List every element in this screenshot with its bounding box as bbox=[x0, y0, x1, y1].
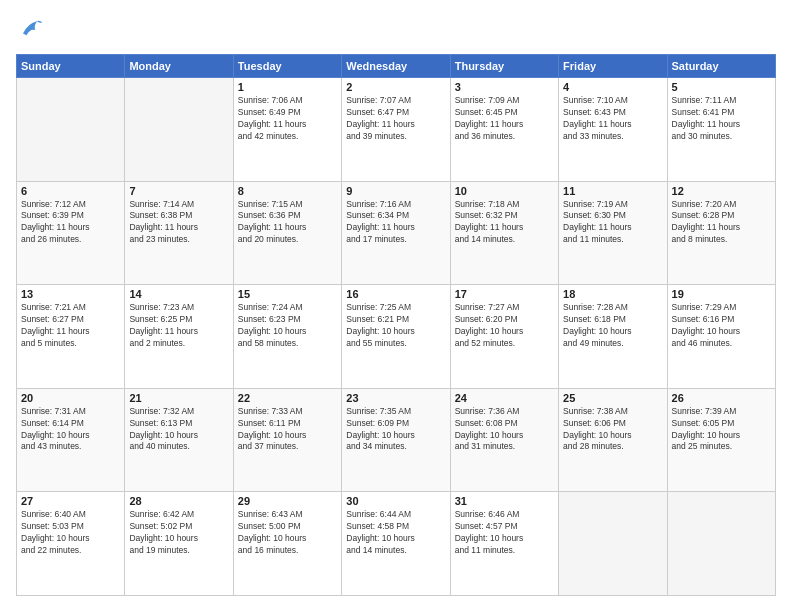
day-info: Sunrise: 7:31 AM Sunset: 6:14 PM Dayligh… bbox=[21, 406, 120, 454]
calendar-cell: 31Sunrise: 6:46 AM Sunset: 4:57 PM Dayli… bbox=[450, 492, 558, 596]
calendar-cell: 6Sunrise: 7:12 AM Sunset: 6:39 PM Daylig… bbox=[17, 181, 125, 285]
day-info: Sunrise: 7:32 AM Sunset: 6:13 PM Dayligh… bbox=[129, 406, 228, 454]
weekday-header: Saturday bbox=[667, 55, 775, 78]
day-number: 20 bbox=[21, 392, 120, 404]
day-number: 29 bbox=[238, 495, 337, 507]
day-info: Sunrise: 7:06 AM Sunset: 6:49 PM Dayligh… bbox=[238, 95, 337, 143]
calendar-cell: 19Sunrise: 7:29 AM Sunset: 6:16 PM Dayli… bbox=[667, 285, 775, 389]
weekday-header-row: SundayMondayTuesdayWednesdayThursdayFrid… bbox=[17, 55, 776, 78]
calendar-cell: 30Sunrise: 6:44 AM Sunset: 4:58 PM Dayli… bbox=[342, 492, 450, 596]
day-number: 9 bbox=[346, 185, 445, 197]
calendar-week-row: 20Sunrise: 7:31 AM Sunset: 6:14 PM Dayli… bbox=[17, 388, 776, 492]
calendar-cell: 26Sunrise: 7:39 AM Sunset: 6:05 PM Dayli… bbox=[667, 388, 775, 492]
day-info: Sunrise: 7:15 AM Sunset: 6:36 PM Dayligh… bbox=[238, 199, 337, 247]
calendar-cell: 11Sunrise: 7:19 AM Sunset: 6:30 PM Dayli… bbox=[559, 181, 667, 285]
calendar-cell: 21Sunrise: 7:32 AM Sunset: 6:13 PM Dayli… bbox=[125, 388, 233, 492]
weekday-header: Thursday bbox=[450, 55, 558, 78]
day-info: Sunrise: 7:23 AM Sunset: 6:25 PM Dayligh… bbox=[129, 302, 228, 350]
calendar-cell: 16Sunrise: 7:25 AM Sunset: 6:21 PM Dayli… bbox=[342, 285, 450, 389]
calendar-cell bbox=[17, 78, 125, 182]
calendar-cell: 29Sunrise: 6:43 AM Sunset: 5:00 PM Dayli… bbox=[233, 492, 341, 596]
calendar-cell: 7Sunrise: 7:14 AM Sunset: 6:38 PM Daylig… bbox=[125, 181, 233, 285]
day-number: 8 bbox=[238, 185, 337, 197]
calendar-cell: 25Sunrise: 7:38 AM Sunset: 6:06 PM Dayli… bbox=[559, 388, 667, 492]
day-info: Sunrise: 7:33 AM Sunset: 6:11 PM Dayligh… bbox=[238, 406, 337, 454]
calendar-cell: 10Sunrise: 7:18 AM Sunset: 6:32 PM Dayli… bbox=[450, 181, 558, 285]
calendar-cell bbox=[125, 78, 233, 182]
calendar-table: SundayMondayTuesdayWednesdayThursdayFrid… bbox=[16, 54, 776, 596]
calendar-cell: 24Sunrise: 7:36 AM Sunset: 6:08 PM Dayli… bbox=[450, 388, 558, 492]
weekday-header: Wednesday bbox=[342, 55, 450, 78]
weekday-header: Monday bbox=[125, 55, 233, 78]
day-number: 4 bbox=[563, 81, 662, 93]
calendar-cell: 1Sunrise: 7:06 AM Sunset: 6:49 PM Daylig… bbox=[233, 78, 341, 182]
calendar-cell: 9Sunrise: 7:16 AM Sunset: 6:34 PM Daylig… bbox=[342, 181, 450, 285]
weekday-header: Friday bbox=[559, 55, 667, 78]
day-number: 15 bbox=[238, 288, 337, 300]
day-number: 7 bbox=[129, 185, 228, 197]
day-info: Sunrise: 7:25 AM Sunset: 6:21 PM Dayligh… bbox=[346, 302, 445, 350]
logo bbox=[16, 16, 48, 44]
weekday-header: Tuesday bbox=[233, 55, 341, 78]
day-number: 1 bbox=[238, 81, 337, 93]
day-info: Sunrise: 7:10 AM Sunset: 6:43 PM Dayligh… bbox=[563, 95, 662, 143]
logo-icon bbox=[16, 16, 44, 44]
day-number: 23 bbox=[346, 392, 445, 404]
calendar-cell: 2Sunrise: 7:07 AM Sunset: 6:47 PM Daylig… bbox=[342, 78, 450, 182]
calendar-cell: 28Sunrise: 6:42 AM Sunset: 5:02 PM Dayli… bbox=[125, 492, 233, 596]
calendar-cell: 22Sunrise: 7:33 AM Sunset: 6:11 PM Dayli… bbox=[233, 388, 341, 492]
day-info: Sunrise: 6:44 AM Sunset: 4:58 PM Dayligh… bbox=[346, 509, 445, 557]
weekday-header: Sunday bbox=[17, 55, 125, 78]
day-info: Sunrise: 7:14 AM Sunset: 6:38 PM Dayligh… bbox=[129, 199, 228, 247]
calendar-week-row: 1Sunrise: 7:06 AM Sunset: 6:49 PM Daylig… bbox=[17, 78, 776, 182]
calendar-cell: 4Sunrise: 7:10 AM Sunset: 6:43 PM Daylig… bbox=[559, 78, 667, 182]
day-number: 10 bbox=[455, 185, 554, 197]
day-info: Sunrise: 7:35 AM Sunset: 6:09 PM Dayligh… bbox=[346, 406, 445, 454]
calendar-cell: 15Sunrise: 7:24 AM Sunset: 6:23 PM Dayli… bbox=[233, 285, 341, 389]
calendar-cell: 14Sunrise: 7:23 AM Sunset: 6:25 PM Dayli… bbox=[125, 285, 233, 389]
day-info: Sunrise: 6:42 AM Sunset: 5:02 PM Dayligh… bbox=[129, 509, 228, 557]
header bbox=[16, 16, 776, 44]
day-info: Sunrise: 7:24 AM Sunset: 6:23 PM Dayligh… bbox=[238, 302, 337, 350]
day-number: 5 bbox=[672, 81, 771, 93]
day-info: Sunrise: 7:18 AM Sunset: 6:32 PM Dayligh… bbox=[455, 199, 554, 247]
calendar-cell: 5Sunrise: 7:11 AM Sunset: 6:41 PM Daylig… bbox=[667, 78, 775, 182]
calendar-cell: 3Sunrise: 7:09 AM Sunset: 6:45 PM Daylig… bbox=[450, 78, 558, 182]
day-info: Sunrise: 7:20 AM Sunset: 6:28 PM Dayligh… bbox=[672, 199, 771, 247]
day-number: 31 bbox=[455, 495, 554, 507]
day-info: Sunrise: 6:46 AM Sunset: 4:57 PM Dayligh… bbox=[455, 509, 554, 557]
day-info: Sunrise: 7:12 AM Sunset: 6:39 PM Dayligh… bbox=[21, 199, 120, 247]
calendar-week-row: 13Sunrise: 7:21 AM Sunset: 6:27 PM Dayli… bbox=[17, 285, 776, 389]
calendar-cell: 18Sunrise: 7:28 AM Sunset: 6:18 PM Dayli… bbox=[559, 285, 667, 389]
day-number: 2 bbox=[346, 81, 445, 93]
day-info: Sunrise: 7:28 AM Sunset: 6:18 PM Dayligh… bbox=[563, 302, 662, 350]
calendar-page: SundayMondayTuesdayWednesdayThursdayFrid… bbox=[0, 0, 792, 612]
calendar-cell: 23Sunrise: 7:35 AM Sunset: 6:09 PM Dayli… bbox=[342, 388, 450, 492]
day-number: 11 bbox=[563, 185, 662, 197]
day-info: Sunrise: 7:38 AM Sunset: 6:06 PM Dayligh… bbox=[563, 406, 662, 454]
day-number: 24 bbox=[455, 392, 554, 404]
day-number: 28 bbox=[129, 495, 228, 507]
day-number: 22 bbox=[238, 392, 337, 404]
calendar-cell: 27Sunrise: 6:40 AM Sunset: 5:03 PM Dayli… bbox=[17, 492, 125, 596]
day-number: 18 bbox=[563, 288, 662, 300]
day-info: Sunrise: 7:19 AM Sunset: 6:30 PM Dayligh… bbox=[563, 199, 662, 247]
day-number: 6 bbox=[21, 185, 120, 197]
calendar-cell: 13Sunrise: 7:21 AM Sunset: 6:27 PM Dayli… bbox=[17, 285, 125, 389]
day-number: 13 bbox=[21, 288, 120, 300]
day-info: Sunrise: 6:40 AM Sunset: 5:03 PM Dayligh… bbox=[21, 509, 120, 557]
day-info: Sunrise: 7:09 AM Sunset: 6:45 PM Dayligh… bbox=[455, 95, 554, 143]
day-info: Sunrise: 7:36 AM Sunset: 6:08 PM Dayligh… bbox=[455, 406, 554, 454]
calendar-week-row: 6Sunrise: 7:12 AM Sunset: 6:39 PM Daylig… bbox=[17, 181, 776, 285]
day-info: Sunrise: 6:43 AM Sunset: 5:00 PM Dayligh… bbox=[238, 509, 337, 557]
day-number: 21 bbox=[129, 392, 228, 404]
day-number: 16 bbox=[346, 288, 445, 300]
day-number: 14 bbox=[129, 288, 228, 300]
day-number: 25 bbox=[563, 392, 662, 404]
day-number: 19 bbox=[672, 288, 771, 300]
day-number: 30 bbox=[346, 495, 445, 507]
day-number: 3 bbox=[455, 81, 554, 93]
calendar-cell: 20Sunrise: 7:31 AM Sunset: 6:14 PM Dayli… bbox=[17, 388, 125, 492]
day-info: Sunrise: 7:39 AM Sunset: 6:05 PM Dayligh… bbox=[672, 406, 771, 454]
day-info: Sunrise: 7:11 AM Sunset: 6:41 PM Dayligh… bbox=[672, 95, 771, 143]
